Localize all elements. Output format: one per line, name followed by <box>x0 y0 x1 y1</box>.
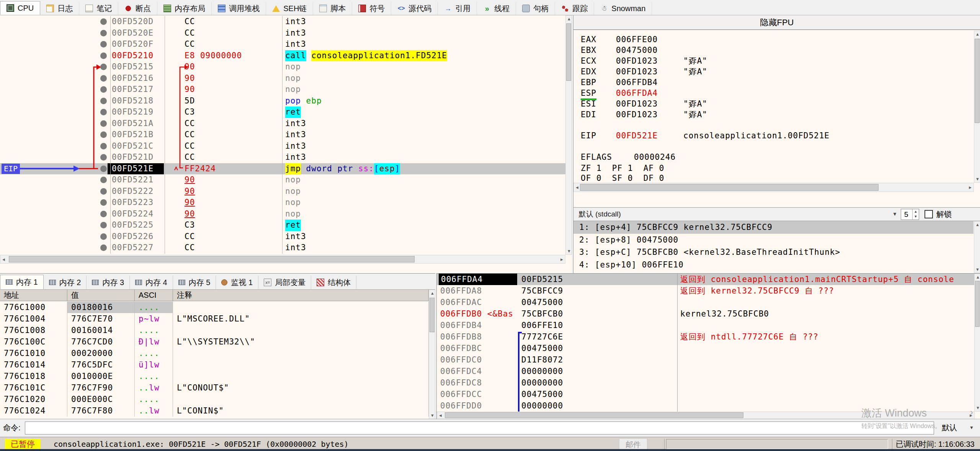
disasm-row[interactable]: 00FD5226CCint3 <box>0 231 565 243</box>
stack-value[interactable]: 75CBFCC9 <box>521 285 563 297</box>
stack-row[interactable]: 006FFDB4006FFE10 <box>437 320 975 331</box>
memory-tab-内存 3[interactable]: 内存 3 <box>87 276 130 289</box>
stack-value[interactable]: 77727C6E <box>521 331 563 343</box>
disasm-row[interactable]: 00FD520DCCint3 <box>0 16 565 28</box>
stack-row[interactable]: 006FFDC0D11F8072 <box>437 354 975 366</box>
command-mode-dropdown[interactable]: 默认 ▼ <box>937 421 977 435</box>
stack-row[interactable]: 006FFDCC00475000 <box>437 389 975 400</box>
toolbar-tab-符号[interactable]: 符号 <box>352 2 391 15</box>
stack-argument-row[interactable]: 4: [esp+10] 006FFE10 <box>573 259 973 271</box>
scrollbar-thumb[interactable] <box>566 23 571 81</box>
scrollbar-thumb[interactable] <box>430 298 434 332</box>
stack-row[interactable]: 006FFDBC00475000 <box>437 343 975 354</box>
memory-value[interactable]: 000E000C <box>67 394 135 405</box>
registers-vertical-scrollbar[interactable]: ▲ ▼ <box>974 31 980 183</box>
disasm-row[interactable]: 00FD522190nop <box>0 174 565 186</box>
disasm-row[interactable]: 00FD521DCCint3 <box>0 152 565 163</box>
disasm-row[interactable]: 00FD520FCCint3 <box>0 39 565 50</box>
stack-value[interactable]: 75CBFCB0 <box>521 308 563 320</box>
disasm-row[interactable]: 00FD52185Dpop ebp <box>0 95 565 107</box>
toolbar-tab-引用[interactable]: 引用 <box>438 2 477 15</box>
memory-row[interactable]: 776C101C776C7F90..lwL"CONOUT$" <box>0 382 429 394</box>
breakpoint-dot[interactable] <box>100 109 107 115</box>
register-row[interactable]: ECX00FD1023"孬A" <box>573 56 973 66</box>
memory-tab-监视 1[interactable]: 监视 1 <box>216 276 258 289</box>
memory-value[interactable]: 0010000E <box>67 371 135 382</box>
registers-horizontal-scrollbar[interactable]: ◄ ► <box>573 183 974 192</box>
disasm-row[interactable]: 00FD521690nop <box>0 73 565 84</box>
disassembly-vertical-scrollbar[interactable]: ▲ ▼ <box>565 15 572 255</box>
stack-horizontal-scrollbar[interactable]: ◄ ► <box>437 412 975 419</box>
memory-row[interactable]: 776C1014776C5DFCü]lw <box>0 359 429 371</box>
breakpoint-dot[interactable] <box>100 143 107 149</box>
register-value[interactable]: 00FD1023 <box>616 98 658 109</box>
memory-tab-内存 5[interactable]: 内存 5 <box>173 276 216 289</box>
mail-overlay-button[interactable]: 邮件 <box>619 438 647 450</box>
register-value[interactable]: 00FD1023 <box>616 109 658 120</box>
stack-argument-row[interactable]: 1: [esp+4] 75CBFCC9 kernel32.75CBFCC9 <box>573 221 973 234</box>
hide-fpu-button[interactable]: 隐藏FPU <box>573 15 980 30</box>
calling-convention-select[interactable]: 默认 (stdcall) <box>579 208 621 221</box>
breakpoint-dot[interactable] <box>100 233 107 240</box>
memory-value[interactable]: 776C7CD0 <box>67 336 135 348</box>
memory-tab-结构体[interactable]: 结构体 <box>311 276 356 289</box>
command-input[interactable] <box>25 421 934 435</box>
scrollbar-thumb[interactable] <box>445 412 743 418</box>
register-value[interactable]: 006FFE00 <box>616 34 658 45</box>
breakpoint-dot[interactable] <box>100 52 107 59</box>
register-row[interactable]: ESP006FFDA4 <box>573 88 973 98</box>
memory-column-header[interactable]: ASCI <box>135 290 173 301</box>
memory-row[interactable]: 776C1020000E000C.... <box>0 394 429 405</box>
stack-value[interactable]: 006FFE10 <box>521 320 563 331</box>
toolbar-tab-断点[interactable]: 断点 <box>118 2 157 15</box>
memory-tab-局部变量[interactable]: 局部变量 <box>258 276 311 289</box>
breakpoint-dot[interactable] <box>100 64 107 70</box>
register-value[interactable]: 00FD1023 <box>616 56 658 66</box>
disasm-row[interactable]: 00FD522490nop <box>0 208 565 220</box>
memory-value[interactable]: 776C7E70 <box>67 313 135 325</box>
register-value[interactable]: 006FFDB4 <box>616 77 658 88</box>
stack-value[interactable]: 00000000 <box>521 366 563 377</box>
memory-vertical-scrollbar[interactable]: ▲ ▼ <box>429 290 435 419</box>
register-value[interactable]: 00475000 <box>616 45 658 56</box>
disasm-row[interactable]: 00FD5210E8 09000000call consoleapplicati… <box>0 50 565 62</box>
stack-row[interactable]: 006FFDC400000000 <box>437 366 975 377</box>
register-row[interactable]: EDX00FD1023"孬A" <box>573 66 973 77</box>
breakpoint-dot[interactable] <box>100 18 107 25</box>
memory-value[interactable]: 776C7F80 <box>67 405 135 417</box>
toolbar-tab-句柄[interactable]: 句柄 <box>516 2 555 15</box>
stack-row[interactable]: 006FFDA875CBFCC9返回到 kernel32.75CBFCC9 自 … <box>437 285 975 297</box>
memory-row[interactable]: 776C100000180016.... <box>0 302 429 313</box>
toolbar-tab-跟踪[interactable]: 跟踪 <box>555 2 594 15</box>
memory-row[interactable]: 776C101000020000.... <box>0 348 429 359</box>
breakpoint-dot[interactable] <box>100 131 107 138</box>
memory-tab-内存 4[interactable]: 内存 4 <box>130 276 173 289</box>
chevron-down-icon[interactable]: ▼ <box>892 208 897 221</box>
stack-value[interactable]: 00000000 <box>521 377 563 389</box>
argument-count-spinner[interactable]: 5 ▲▼ <box>901 209 919 220</box>
toolbar-tab-SEH链[interactable]: SEH链 <box>266 2 313 15</box>
disasm-row[interactable]: 00FD521590nop <box>0 61 565 73</box>
register-row[interactable]: EAX006FFE00 <box>573 34 973 45</box>
memory-row[interactable]: 776C100800160014.... <box>0 325 429 336</box>
stack-value[interactable]: 00475000 <box>521 343 563 354</box>
stack-row[interactable]: 006FFDB877727C6E返回到 ntdll.77727C6E 自 ??? <box>437 331 975 343</box>
stack-row[interactable]: 006FFDA400FD5215返回到 consoleapplication1.… <box>437 274 975 285</box>
memory-column-header[interactable]: 注释 <box>173 290 429 301</box>
toolbar-tab-源代码[interactable]: 源代码 <box>391 2 438 15</box>
breakpoint-dot[interactable] <box>100 30 107 36</box>
breakpoint-dot[interactable] <box>100 211 107 217</box>
toolbar-tab-笔记[interactable]: 笔记 <box>79 2 118 15</box>
breakpoint-dot[interactable] <box>100 86 107 93</box>
memory-value[interactable]: 00180016 <box>67 302 135 313</box>
arguments-vertical-scrollbar[interactable]: ▲ ▼ <box>974 221 980 273</box>
toolbar-tab-Snowman[interactable]: Snowman <box>594 2 652 15</box>
breakpoint-dot[interactable] <box>100 199 107 206</box>
memory-column-header[interactable]: 值 <box>67 290 135 301</box>
memory-row[interactable]: 776C1004776C7E70p~lwL"MSCOREE.DLL" <box>0 313 429 325</box>
stack-argument-row[interactable]: 3: [esp+C] 75CBFCB0 <kernel32.BaseThread… <box>573 246 973 259</box>
memory-row[interactable]: 776C1024776C7F80..lwL"CONIN$" <box>0 405 429 417</box>
memory-column-header[interactable]: 地址 <box>0 290 67 301</box>
breakpoint-dot[interactable] <box>100 41 107 48</box>
breakpoint-dot[interactable] <box>100 244 107 251</box>
